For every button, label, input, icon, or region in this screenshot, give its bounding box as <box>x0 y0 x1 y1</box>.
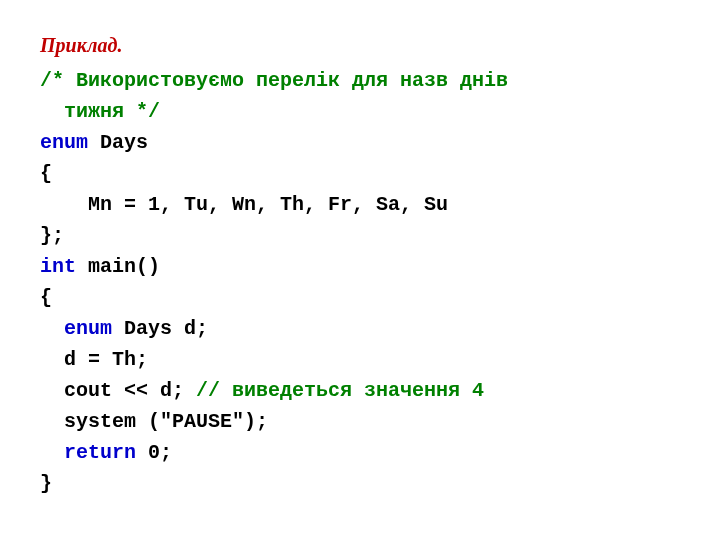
keyword-int: int <box>40 255 76 278</box>
brace-close-semi: }; <box>40 220 680 251</box>
assignment: d = Th; <box>40 344 680 375</box>
brace-close-main: } <box>40 468 680 499</box>
return-line: return 0; <box>40 437 680 468</box>
var-name: Days d; <box>112 317 208 340</box>
keyword-enum: enum <box>40 131 88 154</box>
return-value: 0; <box>136 441 172 464</box>
cout-text: cout << d; <box>64 379 196 402</box>
var-declaration: enum Days d; <box>40 313 680 344</box>
brace-open-main: { <box>40 282 680 313</box>
brace-open: { <box>40 158 680 189</box>
keyword-return: return <box>64 441 136 464</box>
system-call: system ("PAUSE"); <box>40 406 680 437</box>
inline-comment: // виведеться значення 4 <box>196 379 484 402</box>
enum-values: Mn = 1, Tu, Wn, Th, Fr, Sa, Su <box>40 189 680 220</box>
enum-declaration: enum Days <box>40 127 680 158</box>
main-declaration: int main() <box>40 251 680 282</box>
enum-name: Days <box>88 131 148 154</box>
cout-line: cout << d; // виведеться значення 4 <box>40 375 680 406</box>
comment-line: /* Використовуємо перелік для назв днів … <box>40 65 564 127</box>
main-signature: main() <box>76 255 160 278</box>
keyword-enum2: enum <box>64 317 112 340</box>
example-title: Приклад. <box>40 30 680 61</box>
